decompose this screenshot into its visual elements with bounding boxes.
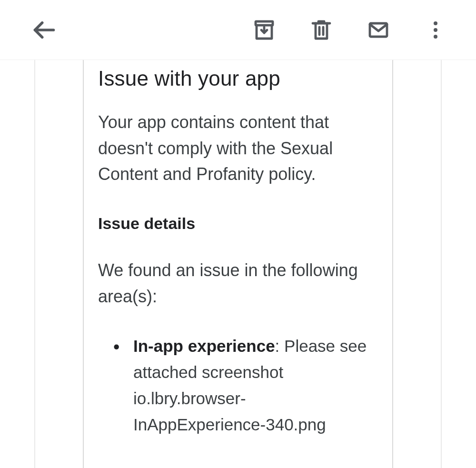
- issue-details-list: In-app experience: Please see attached s…: [98, 333, 378, 438]
- email-content-card: Issue with your app Your app contains co…: [83, 60, 393, 468]
- list-item-label: In-app experience: [133, 337, 275, 355]
- outer-border-right: [441, 60, 442, 468]
- issue-details-heading: Issue details: [98, 214, 378, 233]
- archive-button[interactable]: [243, 9, 286, 51]
- back-icon: [32, 18, 57, 42]
- issue-lead-paragraph: Your app contains content that doesn't c…: [98, 110, 378, 188]
- archive-icon: [253, 19, 276, 41]
- issue-details-intro: We found an issue in the following area(…: [98, 258, 378, 309]
- mark-unread-button[interactable]: [357, 9, 400, 51]
- svg-point-9: [434, 35, 437, 39]
- svg-point-7: [434, 21, 437, 25]
- email-toolbar: [0, 0, 476, 60]
- issue-heading: Issue with your app: [98, 67, 378, 90]
- mail-icon: [367, 19, 390, 41]
- delete-button[interactable]: [300, 9, 343, 51]
- more-icon: [424, 19, 447, 41]
- list-item: In-app experience: Please see attached s…: [133, 333, 378, 438]
- email-body-area: Issue with your app Your app contains co…: [0, 60, 476, 468]
- back-button[interactable]: [23, 9, 66, 51]
- outer-border-left: [34, 60, 35, 468]
- more-options-button[interactable]: [414, 9, 457, 51]
- svg-rect-1: [256, 21, 273, 25]
- svg-point-8: [434, 28, 437, 32]
- trash-icon: [310, 19, 333, 41]
